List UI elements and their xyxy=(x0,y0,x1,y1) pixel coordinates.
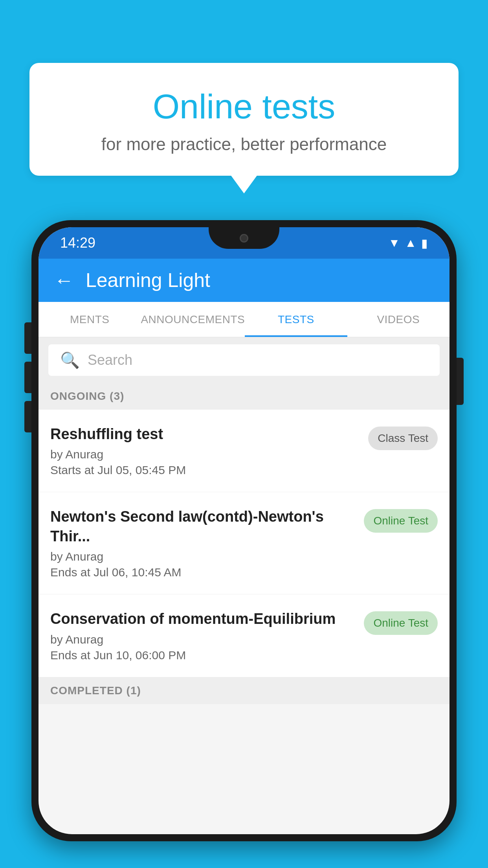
search-placeholder: Search xyxy=(88,352,132,368)
back-button[interactable]: ← xyxy=(54,269,74,292)
test-date-1: Starts at Jul 05, 05:45 PM xyxy=(50,463,360,477)
test-date-2: Ends at Jul 06, 10:45 AM xyxy=(50,566,356,579)
camera-dot xyxy=(240,234,248,243)
test-item-1[interactable]: Reshuffling test by Anurag Starts at Jul… xyxy=(39,410,449,492)
tab-ments-label: MENTS xyxy=(70,313,110,326)
ongoing-section-header: ONGOING (3) xyxy=(39,383,449,410)
phone-wrapper: 14:29 ▼ ▲ ▮ ← Learning Light MENTS xyxy=(31,220,457,868)
tab-announcements-label: ANNOUNCEMENTS xyxy=(141,313,245,326)
app-bar: ← Learning Light xyxy=(39,259,449,302)
tab-tests-label: TESTS xyxy=(278,313,314,326)
tab-bar: MENTS ANNOUNCEMENTS TESTS VIDEOS xyxy=(39,302,449,337)
search-bar[interactable]: 🔍 Search xyxy=(48,344,440,376)
phone-screen: 14:29 ▼ ▲ ▮ ← Learning Light MENTS xyxy=(39,227,449,834)
tab-ments[interactable]: MENTS xyxy=(39,302,141,337)
test-date-3: Ends at Jun 10, 06:00 PM xyxy=(50,649,356,662)
completed-section-header: COMPLETED (1) xyxy=(39,677,449,704)
test-item-3[interactable]: Conservation of momentum-Equilibrium by … xyxy=(39,594,449,677)
status-bar: 14:29 ▼ ▲ ▮ xyxy=(39,227,449,259)
test-badge-2: Online Test xyxy=(364,509,438,533)
test-info-3: Conservation of momentum-Equilibrium by … xyxy=(50,609,364,662)
phone-outer: 14:29 ▼ ▲ ▮ ← Learning Light MENTS xyxy=(31,220,457,841)
test-author-3: by Anurag xyxy=(50,633,356,646)
wifi-icon: ▼ xyxy=(389,236,400,250)
notch xyxy=(209,227,279,249)
battery-icon: ▮ xyxy=(421,236,428,250)
tab-tests[interactable]: TESTS xyxy=(245,302,347,337)
tab-announcements[interactable]: ANNOUNCEMENTS xyxy=(141,302,245,337)
search-container: 🔍 Search xyxy=(39,337,449,383)
test-name-1: Reshuffling test xyxy=(50,425,360,444)
test-info-2: Newton's Second law(contd)-Newton's Thir… xyxy=(50,507,364,579)
app-title: Learning Light xyxy=(86,269,210,292)
test-name-2: Newton's Second law(contd)-Newton's Thir… xyxy=(50,507,356,546)
tab-videos-label: VIDEOS xyxy=(377,313,420,326)
test-name-3: Conservation of momentum-Equilibrium xyxy=(50,609,356,629)
status-time: 14:29 xyxy=(60,235,95,251)
status-icons: ▼ ▲ ▮ xyxy=(389,236,428,250)
test-badge-1: Class Test xyxy=(368,427,438,450)
test-author-1: by Anurag xyxy=(50,448,360,461)
bubble-subtitle: for more practice, better performance xyxy=(49,134,439,154)
test-list: Reshuffling test by Anurag Starts at Jul… xyxy=(39,410,449,677)
test-info-1: Reshuffling test by Anurag Starts at Jul… xyxy=(50,425,368,477)
search-icon: 🔍 xyxy=(60,351,80,370)
test-item-2[interactable]: Newton's Second law(contd)-Newton's Thir… xyxy=(39,492,449,594)
speech-bubble: Online tests for more practice, better p… xyxy=(29,63,459,176)
bubble-title: Online tests xyxy=(49,86,439,127)
test-badge-3: Online Test xyxy=(364,611,438,635)
signal-icon: ▲ xyxy=(405,236,416,250)
tab-videos[interactable]: VIDEOS xyxy=(347,302,449,337)
test-author-2: by Anurag xyxy=(50,550,356,563)
